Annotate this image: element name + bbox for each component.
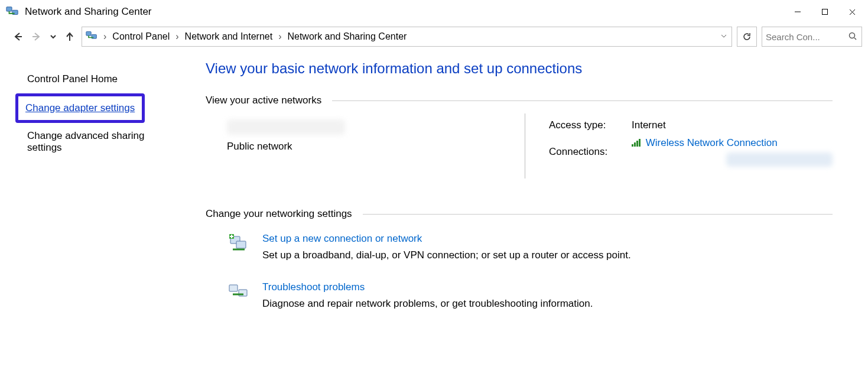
breadcrumb-network-internet[interactable]: Network and Internet bbox=[181, 31, 277, 42]
sidebar-change-adapter-settings[interactable]: Change adapter settings bbox=[25, 102, 135, 113]
maximize-button[interactable] bbox=[811, 2, 838, 21]
chevron-right-icon: › bbox=[102, 31, 108, 42]
svg-rect-0 bbox=[6, 7, 12, 11]
section-networking-settings: Change your networking settings bbox=[206, 208, 833, 220]
address-bar[interactable]: › Control Panel › Network and Internet ›… bbox=[82, 27, 732, 47]
svg-rect-18 bbox=[229, 285, 238, 291]
troubleshoot-icon bbox=[227, 281, 251, 305]
address-dropdown[interactable] bbox=[719, 31, 729, 42]
close-button[interactable] bbox=[838, 2, 866, 21]
setup-connection-link[interactable]: Set up a new connection or network bbox=[262, 233, 631, 245]
history-dropdown[interactable] bbox=[48, 30, 58, 44]
refresh-button[interactable] bbox=[737, 27, 757, 47]
svg-point-11 bbox=[850, 33, 855, 38]
access-type-value: Internet bbox=[632, 119, 666, 131]
connections-label: Connections: bbox=[549, 146, 626, 158]
search-box[interactable] bbox=[762, 27, 862, 47]
chevron-right-icon: › bbox=[277, 31, 282, 42]
network-category: Public network bbox=[227, 141, 501, 152]
connection-link[interactable]: Wireless Network Connection bbox=[646, 137, 778, 148]
divider bbox=[332, 100, 833, 101]
sidebar: Control Panel Home Change adapter settin… bbox=[0, 50, 167, 370]
address-icon bbox=[86, 30, 99, 43]
connection-detail-redacted bbox=[726, 152, 833, 167]
forward-button[interactable] bbox=[30, 30, 44, 44]
main-pane: View your basic network information and … bbox=[167, 50, 868, 370]
signal-bars-icon bbox=[632, 138, 641, 147]
app-icon bbox=[6, 5, 19, 18]
troubleshoot-link[interactable]: Troubleshoot problems bbox=[262, 281, 593, 293]
minimize-button[interactable] bbox=[784, 2, 811, 21]
setup-connection-icon bbox=[227, 233, 251, 257]
highlight-change-adapter: Change adapter settings bbox=[15, 93, 145, 123]
sidebar-change-advanced-sharing[interactable]: Change advanced sharing settings bbox=[27, 130, 152, 154]
body-area: Control Panel Home Change adapter settin… bbox=[0, 50, 868, 370]
section-active-networks: View your active networks bbox=[206, 95, 833, 106]
vertical-divider bbox=[525, 113, 525, 178]
svg-rect-14 bbox=[236, 241, 246, 248]
active-networks-label: View your active networks bbox=[206, 95, 321, 106]
up-button[interactable] bbox=[63, 30, 77, 44]
networking-settings-label: Change your networking settings bbox=[206, 208, 352, 220]
sidebar-control-panel-home[interactable]: Control Panel Home bbox=[27, 73, 152, 85]
titlebar: Network and Sharing Center bbox=[0, 0, 868, 24]
svg-rect-9 bbox=[86, 32, 91, 36]
breadcrumb-network-sharing[interactable]: Network and Sharing Center bbox=[284, 31, 410, 42]
network-name-redacted bbox=[227, 119, 345, 135]
chevron-right-icon: › bbox=[174, 31, 180, 42]
svg-line-12 bbox=[854, 38, 856, 40]
navigation-row: › Control Panel › Network and Internet ›… bbox=[0, 24, 868, 50]
page-heading: View your basic network information and … bbox=[206, 60, 833, 77]
search-input[interactable] bbox=[766, 32, 849, 42]
troubleshoot-desc: Diagnose and repair network problems, or… bbox=[262, 298, 593, 310]
active-network-row: Public network Access type: Internet Con… bbox=[206, 119, 833, 178]
back-button[interactable] bbox=[11, 30, 25, 44]
troubleshoot-item: Troubleshoot problems Diagnose and repai… bbox=[206, 281, 833, 310]
setup-connection-desc: Set up a broadband, dial-up, or VPN conn… bbox=[262, 249, 631, 261]
window-title: Network and Sharing Center bbox=[25, 6, 152, 18]
setup-connection-item: Set up a new connection or network Set u… bbox=[206, 233, 833, 261]
svg-rect-3 bbox=[823, 9, 828, 15]
svg-rect-17 bbox=[230, 236, 233, 237]
access-type-label: Access type: bbox=[549, 119, 626, 131]
breadcrumb-control-panel[interactable]: Control Panel bbox=[109, 31, 173, 42]
search-icon bbox=[849, 32, 858, 42]
divider bbox=[363, 214, 833, 215]
